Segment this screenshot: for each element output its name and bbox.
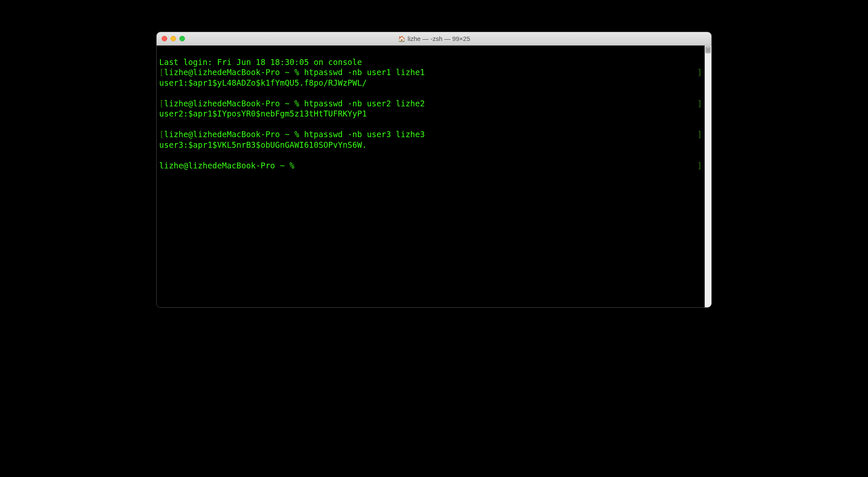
titlebar[interactable]: 🏠 lizhe — -zsh — 99×25 — [157, 32, 711, 46]
terminal-content[interactable]: Last login: Fri Jun 18 18:30:05 on conso… — [157, 46, 705, 307]
close-button[interactable] — [162, 36, 167, 41]
final-prompt: lizhe@lizhedeMacBook-Pro ~ % — [159, 160, 299, 171]
bracket-close: ] — [697, 67, 702, 78]
output-line: user2:$apr1$IYposYR0$nebFgm5z13tHtTUFRKY… — [159, 108, 702, 119]
bracket-open: [lizhe@lizhedeMacBook-Pro ~ % htpasswd -… — [159, 129, 425, 140]
scrollbar-thumb[interactable] — [705, 46, 711, 53]
terminal-window: 🏠 lizhe — -zsh — 99×25 Last login: Fri J… — [156, 32, 712, 308]
title-text: lizhe — -zsh — 99×25 — [408, 35, 470, 42]
blank-line — [159, 88, 702, 98]
blank-line — [159, 119, 702, 130]
window-title: 🏠 lizhe — -zsh — 99×25 — [398, 35, 470, 42]
blank-line — [159, 150, 702, 160]
bracket-close: ] — [697, 98, 702, 109]
prompt-row: [lizhe@lizhedeMacBook-Pro ~ % htpasswd -… — [159, 98, 702, 109]
output-line: user1:$apr1$yL48ADZo$k1fYmQU5.f8po/RJWzP… — [159, 78, 702, 88]
traffic-lights — [162, 36, 185, 41]
prompt-row: [lizhe@lizhedeMacBook-Pro ~ % htpasswd -… — [159, 129, 702, 140]
bracket-close: ] — [697, 129, 702, 140]
maximize-button[interactable] — [179, 36, 185, 41]
command-text: lizhe@lizhedeMacBook-Pro ~ % htpasswd -n… — [164, 99, 425, 108]
grip-icon — [706, 47, 710, 53]
final-prompt-row: lizhe@lizhedeMacBook-Pro ~ % ] — [159, 160, 702, 171]
bracket-open: [lizhe@lizhedeMacBook-Pro ~ % htpasswd -… — [159, 67, 425, 78]
prompt-row: [lizhe@lizhedeMacBook-Pro ~ % htpasswd -… — [159, 67, 702, 78]
output-line: user3:$apr1$VKL5nrB3$obUGnGAWI610SOPvYnS… — [159, 140, 702, 150]
bracket-open: [lizhe@lizhedeMacBook-Pro ~ % htpasswd -… — [159, 98, 425, 109]
terminal-body: Last login: Fri Jun 18 18:30:05 on conso… — [157, 46, 711, 307]
minimize-button[interactable] — [171, 36, 176, 41]
command-text: lizhe@lizhedeMacBook-Pro ~ % htpasswd -n… — [164, 68, 425, 77]
command-text: lizhe@lizhedeMacBook-Pro ~ % htpasswd -n… — [164, 130, 425, 139]
scrollbar[interactable] — [705, 46, 711, 307]
home-icon: 🏠 — [398, 35, 405, 42]
bracket-close: ] — [697, 160, 702, 171]
last-login-line: Last login: Fri Jun 18 18:30:05 on conso… — [159, 57, 702, 68]
